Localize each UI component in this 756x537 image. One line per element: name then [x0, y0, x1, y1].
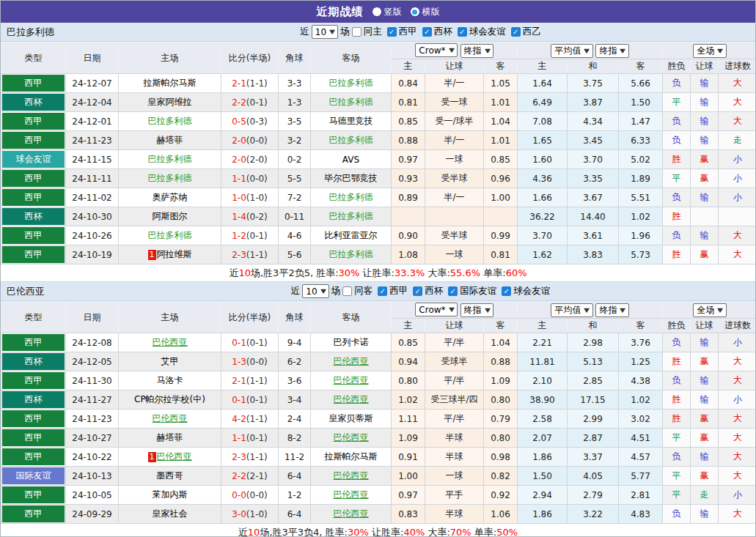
- league-checkbox-liga[interactable]: ✓: [378, 286, 387, 296]
- team-link[interactable]: CP帕尔拉学校(中): [134, 394, 205, 404]
- team-link[interactable]: 莱加内斯: [153, 489, 188, 500]
- away-team-cell[interactable]: 皇家贝蒂斯: [311, 410, 392, 429]
- home-team-cell[interactable]: 奥萨苏纳: [119, 188, 221, 207]
- same-home-checkbox[interactable]: [352, 27, 362, 37]
- away-team-cell[interactable]: 巴拉多利德: [311, 74, 392, 93]
- team-link[interactable]: 赫塔菲: [157, 135, 183, 145]
- team-link[interactable]: 比利亚雷亚尔: [325, 230, 378, 240]
- league-checkbox-club-friendly[interactable]: ✓: [502, 286, 511, 296]
- avg-time-select[interactable]: 终指▼: [595, 303, 628, 317]
- team-link[interactable]: 马德里竞技: [329, 116, 373, 126]
- team-link[interactable]: 奥萨苏纳: [153, 192, 188, 202]
- team-link[interactable]: 巴伦西亚: [334, 470, 369, 481]
- team-link[interactable]: 巴伦西亚: [157, 451, 192, 462]
- team-link[interactable]: AVS: [342, 155, 359, 165]
- match-count-select[interactable]: 10 ▼: [302, 284, 329, 298]
- team-link[interactable]: 毕尔巴鄂竞技: [325, 173, 378, 183]
- away-team-cell[interactable]: 巴拉多利德: [311, 245, 392, 264]
- home-team-cell[interactable]: 1巴伦西亚: [119, 448, 221, 467]
- home-team-cell[interactable]: 1阿拉维斯: [119, 245, 221, 264]
- odds-time-select[interactable]: 终指▼: [460, 44, 493, 58]
- home-team-cell[interactable]: 皇家社会: [119, 505, 221, 524]
- radio-selected-icon[interactable]: [411, 7, 419, 16]
- team-link[interactable]: 巴拉多利德: [148, 154, 192, 164]
- team-link[interactable]: 巴伦西亚: [153, 413, 188, 423]
- away-team-cell[interactable]: 拉斯帕尔马斯: [311, 448, 392, 467]
- avg-source-select[interactable]: 平均值▼: [551, 44, 592, 58]
- team-link[interactable]: 巴拉多利德: [329, 192, 373, 202]
- team-link[interactable]: 赫塔菲: [157, 432, 183, 442]
- home-team-cell[interactable]: 巴拉多利德: [119, 169, 221, 188]
- layout-radio-horizontal[interactable]: 横版: [411, 6, 440, 18]
- avg-time-select[interactable]: 终指▼: [595, 44, 628, 58]
- odds-source-select[interactable]: Crow*▼: [415, 43, 457, 57]
- home-team-cell[interactable]: 艾甲: [119, 352, 221, 371]
- home-team-cell[interactable]: CP帕尔拉学校(中): [119, 390, 221, 410]
- team-link[interactable]: 巴伦西亚: [334, 432, 369, 442]
- away-team-cell[interactable]: 巴伦西亚: [311, 371, 392, 390]
- team-link[interactable]: 墨西哥: [157, 470, 183, 481]
- home-team-cell[interactable]: 赫塔菲: [119, 429, 221, 448]
- radio-icon[interactable]: [373, 7, 381, 16]
- team-link[interactable]: 巴拉多利德: [329, 135, 373, 145]
- period-select[interactable]: 全场▼: [693, 303, 726, 317]
- team-link[interactable]: 巴伦西亚: [334, 356, 369, 366]
- away-team-cell[interactable]: 巴伦西亚: [311, 352, 392, 371]
- team-link[interactable]: 巴伦西亚: [334, 489, 369, 500]
- away-team-cell[interactable]: 巴伦西亚: [311, 467, 392, 486]
- match-count-select[interactable]: 10 ▼: [312, 25, 338, 39]
- home-team-cell[interactable]: 巴伦西亚: [119, 410, 221, 429]
- away-team-cell[interactable]: 巴伦西亚: [311, 505, 392, 524]
- team-link[interactable]: 阿拉维斯: [157, 249, 192, 259]
- away-team-cell[interactable]: AVS: [311, 150, 392, 169]
- odds-time-select[interactable]: 终指▼: [460, 303, 493, 317]
- team-link[interactable]: 巴伦西亚: [334, 375, 369, 385]
- team-link[interactable]: 巴拉多利德: [148, 116, 192, 126]
- team-link[interactable]: 巴拉多利德: [329, 97, 373, 107]
- home-team-cell[interactable]: 巴拉多利德: [119, 150, 221, 169]
- team-link[interactable]: 巴拉多利德: [329, 78, 373, 88]
- home-team-cell[interactable]: 赫塔菲: [119, 131, 221, 150]
- home-team-cell[interactable]: 阿斯图尔: [119, 207, 221, 226]
- away-team-cell[interactable]: 巴伦西亚: [311, 390, 392, 410]
- team-link[interactable]: 巴伦西亚: [334, 394, 369, 404]
- home-team-cell[interactable]: 巴拉多利德: [119, 226, 221, 245]
- period-select[interactable]: 全场▼: [693, 44, 726, 58]
- home-team-cell[interactable]: 巴拉多利德: [119, 112, 221, 131]
- home-team-cell[interactable]: 巴伦西亚: [119, 333, 221, 352]
- home-team-cell[interactable]: 皇家阿维拉: [119, 93, 221, 112]
- league-checkbox-copa[interactable]: ✓: [422, 27, 432, 37]
- same-away-checkbox[interactable]: [342, 286, 352, 296]
- team-link[interactable]: 巴拉多利德: [148, 230, 192, 240]
- away-team-cell[interactable]: 巴伦西亚: [311, 429, 392, 448]
- away-team-cell[interactable]: 巴拉多利德: [311, 93, 392, 112]
- away-team-cell[interactable]: 巴列卡诺: [311, 333, 392, 352]
- away-team-cell[interactable]: 巴拉多利德: [311, 188, 392, 207]
- league-checkbox-copa[interactable]: ✓: [413, 286, 422, 296]
- avg-source-select[interactable]: 平均值▼: [551, 303, 592, 317]
- home-team-cell[interactable]: 墨西哥: [119, 467, 221, 486]
- league-checkbox-club-friendly[interactable]: ✓: [458, 27, 467, 37]
- away-team-cell[interactable]: 比利亚雷亚尔: [311, 226, 392, 245]
- team-link[interactable]: 巴列卡诺: [334, 337, 369, 347]
- team-link[interactable]: 巴伦西亚: [153, 337, 188, 347]
- league-checkbox-liga[interactable]: ✓: [387, 27, 397, 37]
- team-link[interactable]: 拉斯帕尔马斯: [144, 78, 197, 88]
- odds-source-select[interactable]: Crow*▼: [415, 303, 457, 316]
- away-team-cell[interactable]: 马德里竞技: [311, 112, 392, 131]
- team-link[interactable]: 艾甲: [161, 356, 179, 366]
- league-checkbox-segunda[interactable]: ✓: [511, 27, 521, 37]
- team-link[interactable]: 马洛卡: [157, 375, 183, 385]
- team-link[interactable]: 巴伦西亚: [334, 508, 369, 519]
- home-team-cell[interactable]: 拉斯帕尔马斯: [119, 74, 221, 93]
- team-link[interactable]: 巴拉多利德: [148, 173, 192, 183]
- home-team-cell[interactable]: 莱加内斯: [119, 486, 221, 505]
- team-link[interactable]: 皇家阿维拉: [148, 97, 192, 107]
- team-link[interactable]: 皇家贝蒂斯: [329, 413, 373, 423]
- team-link[interactable]: 皇家社会: [153, 508, 188, 519]
- home-team-cell[interactable]: 马洛卡: [119, 371, 221, 390]
- away-team-cell[interactable]: 巴伦西亚: [311, 486, 392, 505]
- away-team-cell[interactable]: 毕尔巴鄂竞技: [311, 169, 392, 188]
- layout-radio-vertical[interactable]: 竖版: [373, 6, 402, 18]
- away-team-cell[interactable]: 巴拉多利德: [311, 207, 392, 226]
